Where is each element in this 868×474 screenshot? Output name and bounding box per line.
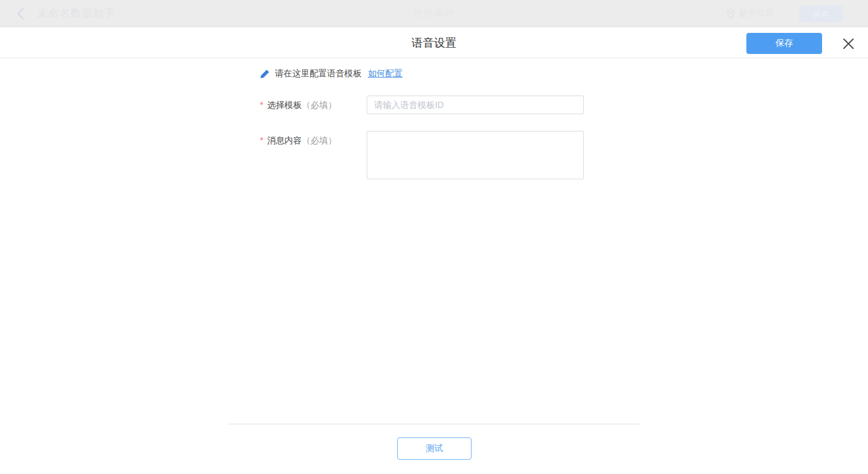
voice-settings-panel: 语音设置 保存 请在这里配置语音模板 如何配置 *选择模板（必填） *消息内容（… [0, 27, 868, 474]
message-field-label: *消息内容（必填） [260, 131, 336, 150]
app-header: 未命名数据助手 控件事件 新手引导 保存 [0, 0, 868, 27]
guide-label: 新手引导 [739, 8, 774, 19]
tip-text: 请在这里配置语音模板 [275, 68, 362, 79]
required-mark: * [260, 100, 263, 110]
pencil-icon [260, 69, 270, 79]
footer-divider [229, 424, 640, 424]
guide-item[interactable]: 新手引导 [727, 0, 774, 27]
save-button[interactable]: 保存 [746, 33, 822, 54]
required-mark: * [260, 135, 263, 145]
template-field-label: *选择模板（必填） [260, 96, 336, 114]
panel-title: 语音设置 [0, 27, 868, 58]
template-id-input[interactable] [367, 96, 584, 114]
close-icon [842, 37, 855, 50]
message-content-textarea[interactable] [367, 131, 584, 179]
panel-header: 语音设置 保存 [0, 27, 868, 58]
how-to-configure-link[interactable]: 如何配置 [368, 68, 403, 79]
panel-body: 请在这里配置语音模板 如何配置 *选择模板（必填） *消息内容（必填） 测试 [0, 58, 868, 474]
tip-row: 请在这里配置语音模板 如何配置 [260, 68, 403, 79]
close-button[interactable] [837, 37, 859, 50]
pin-icon [727, 9, 735, 19]
header-save-button[interactable]: 保存 [799, 6, 843, 22]
test-button[interactable]: 测试 [397, 437, 472, 460]
